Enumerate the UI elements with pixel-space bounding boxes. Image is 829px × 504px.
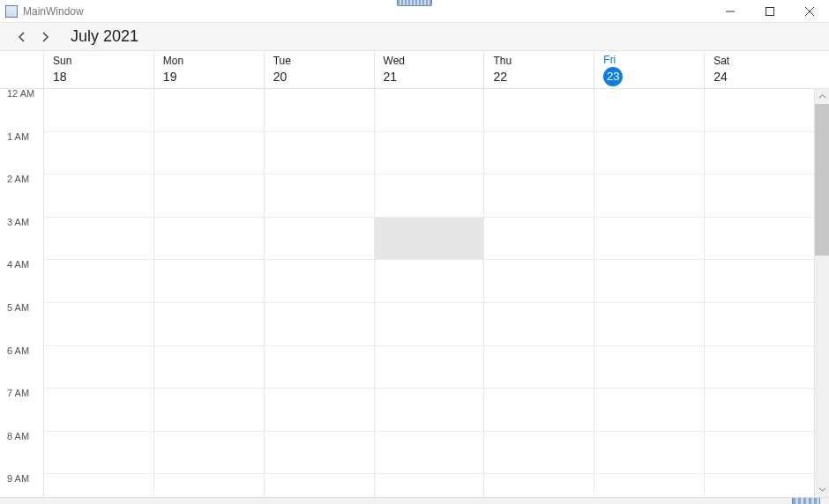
time-slot[interactable] <box>44 303 153 346</box>
day-header[interactable]: Sat24 <box>705 52 814 88</box>
time-slot[interactable] <box>484 432 594 475</box>
time-slot[interactable] <box>705 218 814 261</box>
time-slot[interactable] <box>484 260 594 303</box>
time-slot[interactable] <box>44 174 153 218</box>
time-slot[interactable] <box>44 89 153 132</box>
time-slot[interactable] <box>265 389 374 432</box>
time-slot[interactable] <box>44 218 153 261</box>
time-slot[interactable] <box>265 89 374 132</box>
time-slot[interactable] <box>594 218 704 261</box>
time-slot[interactable] <box>44 474 153 497</box>
time-slot[interactable] <box>154 89 264 132</box>
scroll-down-button[interactable] <box>815 482 829 497</box>
day-name: Tue <box>273 55 365 67</box>
next-week-button[interactable] <box>35 27 55 47</box>
time-slot[interactable] <box>705 474 814 497</box>
time-slot[interactable] <box>594 260 704 303</box>
time-slot[interactable] <box>154 132 264 175</box>
time-label: 1 AM <box>7 131 29 142</box>
time-slot[interactable] <box>154 260 264 303</box>
maximize-button[interactable] <box>750 0 789 22</box>
time-slot[interactable] <box>594 303 704 346</box>
time-slot[interactable] <box>154 346 264 389</box>
time-gutter-row: 7 AM <box>0 389 43 432</box>
time-slot[interactable] <box>594 432 704 475</box>
time-slot[interactable] <box>705 260 814 303</box>
time-gutter: 12 AM1 AM2 AM3 AM4 AM5 AM6 AM7 AM8 AM9 A… <box>0 89 44 497</box>
time-slot[interactable] <box>484 218 594 261</box>
day-header[interactable]: Mon19 <box>154 52 265 88</box>
time-slot[interactable] <box>705 346 814 389</box>
day-header[interactable]: Thu22 <box>484 52 594 88</box>
time-slot[interactable] <box>484 303 594 346</box>
time-slot[interactable] <box>265 346 374 389</box>
time-slot[interactable] <box>44 260 153 303</box>
titlebar: MainWindow <box>0 0 829 23</box>
time-slot[interactable] <box>705 303 814 346</box>
time-slot[interactable] <box>484 346 594 389</box>
time-slot[interactable] <box>484 389 594 432</box>
calendar-content: Sun18Mon19Tue20Wed21Thu22Fri23Sat24 12 A… <box>0 51 829 497</box>
minimize-button[interactable] <box>710 0 750 22</box>
day-date: 19 <box>163 68 255 85</box>
time-slot[interactable] <box>594 89 704 132</box>
time-slot[interactable] <box>44 432 153 475</box>
prev-week-button[interactable] <box>12 27 32 47</box>
time-slot[interactable] <box>265 174 374 218</box>
time-slot[interactable] <box>154 303 264 346</box>
day-header[interactable]: Wed21 <box>375 52 485 88</box>
time-slot[interactable] <box>705 389 814 432</box>
time-slot[interactable] <box>484 174 594 218</box>
time-slot[interactable] <box>265 474 374 497</box>
time-slot[interactable] <box>594 132 704 175</box>
chevron-up-icon <box>818 93 826 100</box>
time-slot[interactable] <box>375 260 484 303</box>
time-slot[interactable] <box>705 174 814 218</box>
time-slot[interactable] <box>484 474 594 497</box>
time-slot[interactable] <box>44 132 153 175</box>
time-slot[interactable] <box>44 346 153 389</box>
day-date: 21 <box>384 68 475 85</box>
scroll-up-button[interactable] <box>815 89 829 104</box>
time-slot[interactable] <box>705 89 814 132</box>
time-slot[interactable] <box>375 474 484 497</box>
time-slot[interactable] <box>375 174 484 218</box>
close-icon <box>804 6 815 17</box>
time-slot[interactable] <box>375 303 484 346</box>
svg-rect-1 <box>766 7 773 15</box>
time-gutter-row: 5 AM <box>0 303 43 346</box>
time-slot[interactable] <box>594 474 704 497</box>
time-slot[interactable] <box>375 218 484 261</box>
time-slot[interactable] <box>265 432 374 475</box>
time-slot[interactable] <box>154 389 264 432</box>
close-button[interactable] <box>789 0 829 22</box>
time-slot[interactable] <box>265 260 374 303</box>
time-slot[interactable] <box>375 389 484 432</box>
time-slot[interactable] <box>375 132 484 175</box>
time-slot[interactable] <box>484 89 594 132</box>
time-slot[interactable] <box>44 389 153 432</box>
time-slot[interactable] <box>705 132 814 175</box>
time-slot[interactable] <box>265 218 374 261</box>
time-slot[interactable] <box>154 432 264 475</box>
day-date: 20 <box>273 68 365 85</box>
time-slot[interactable] <box>265 132 374 175</box>
time-slot[interactable] <box>594 389 704 432</box>
day-header[interactable]: Fri23 <box>594 52 705 88</box>
time-slot[interactable] <box>154 474 264 497</box>
day-header[interactable]: Sun18 <box>44 52 154 88</box>
time-slot[interactable] <box>594 174 704 218</box>
time-slot[interactable] <box>705 432 814 475</box>
time-slot[interactable] <box>375 346 484 389</box>
scroll-thumb[interactable] <box>815 104 829 256</box>
vertical-scrollbar[interactable] <box>814 89 829 497</box>
time-slot[interactable] <box>154 174 264 218</box>
time-slot[interactable] <box>484 132 594 175</box>
day-header[interactable]: Tue20 <box>265 52 375 88</box>
time-slot[interactable] <box>375 89 484 132</box>
time-slot[interactable] <box>375 432 484 475</box>
scroll-track[interactable] <box>815 104 829 482</box>
time-slot[interactable] <box>154 218 264 261</box>
time-slot[interactable] <box>594 346 704 389</box>
time-slot[interactable] <box>265 303 374 346</box>
